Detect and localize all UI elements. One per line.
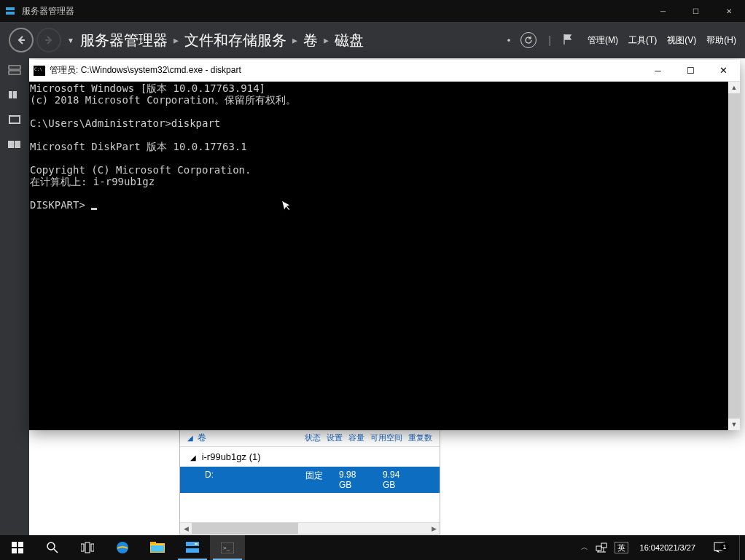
svg-rect-15 [18,548,23,553]
sidebar [0,58,29,535]
nav-back-button[interactable] [9,28,34,52]
svg-rect-24 [151,545,164,552]
svg-line-17 [54,549,58,553]
svg-rect-31 [601,543,606,548]
sm-titlebar[interactable]: 服务器管理器 ─ ☐ ✕ [0,0,745,22]
scroll-thumb[interactable] [728,93,740,419]
taskbar-server-manager-icon[interactable] [175,535,210,560]
col-free[interactable]: 可用空间 [370,432,402,443]
nav-history-dropdown[interactable]: ▼ [67,36,74,44]
breadcrumb[interactable]: 服务器管理器 ▸ 文件和存储服务 ▸ 卷 ▸ 磁盘 [80,31,507,50]
chevron-right-icon: ▸ [173,34,179,46]
svg-rect-18 [81,544,84,551]
tray-network-icon[interactable] [596,542,607,553]
svg-rect-19 [85,542,90,553]
server-manager-icon [4,5,16,17]
svg-rect-4 [9,66,20,69]
svg-rect-1 [6,12,15,15]
volume-row-selected[interactable]: D: 固定 9.98 GB 9.94 GB [180,467,440,493]
show-desktop-button[interactable] [739,535,744,560]
taskbar: >_ ︿ 英 16:04 2021/3/27 1 [0,535,745,560]
svg-rect-11 [15,141,20,148]
tray-expand-icon[interactable]: ︿ [581,542,588,553]
col-status[interactable]: 状态 [305,432,321,443]
cmd-close-button[interactable]: ✕ [707,60,740,82]
scroll-up-icon[interactable]: ▲ [728,82,740,93]
svg-rect-20 [91,544,94,551]
volume-group[interactable]: ◢ i-r99ub1gz (1) [180,447,440,467]
svg-rect-0 [6,7,15,10]
nav-forward-button[interactable] [36,28,61,52]
tray-notifications-icon[interactable]: 1 [707,541,732,554]
search-button[interactable] [35,535,70,560]
volumes-header[interactable]: ◢ 卷 状态 设置 容量 可用空间 重复数 [180,429,440,447]
sm-close-button[interactable]: ✕ [712,0,745,22]
row-drive: D: [187,470,282,490]
group-collapse-icon[interactable]: ◢ [190,454,196,462]
cmd-minimize-button[interactable]: ─ [641,60,674,82]
scroll-thumb[interactable] [192,523,298,534]
row-setting: 固定 [300,470,333,490]
chevron-right-icon: ▸ [292,34,297,46]
cmd-v-scrollbar[interactable]: ▲ ▼ [728,82,740,430]
cmd-body[interactable]: Microsoft Windows [版本 10.0.17763.914] (c… [29,82,740,430]
sidebar-disks-icon[interactable] [6,112,23,127]
taskbar-spacer [245,535,580,560]
spacer [180,493,440,522]
cmd-window: 管理员: C:\Windows\system32\cmd.exe - diskp… [29,60,740,430]
sm-title-text: 服务器管理器 [20,5,647,18]
breadcrumb-item[interactable]: 文件和存储服务 [184,31,286,50]
svg-rect-10 [8,141,14,148]
scroll-right-icon[interactable]: ▶ [428,523,440,534]
menu-tools[interactable]: 工具(T) [628,34,657,47]
chevron-right-icon: ▸ [324,34,329,46]
h-scrollbar[interactable]: ◀ ▶ [180,522,440,534]
menu-dash-icon: • [507,35,511,46]
sm-maximize-button[interactable]: ☐ [679,0,712,22]
svg-rect-9 [10,117,19,122]
menu-view[interactable]: 视图(V) [667,34,696,47]
cmd-output[interactable]: Microsoft Windows [版本 10.0.17763.914] (c… [30,82,728,430]
clock-time: 16:04 [640,543,660,553]
start-button[interactable] [0,535,35,560]
col-dedup[interactable]: 重复数 [408,432,432,443]
col-setting[interactable]: 设置 [327,432,343,443]
sidebar-volumes-icon[interactable] [6,88,23,102]
notif-badge: 1 [720,542,729,551]
expand-icon[interactable]: ◢ [187,434,193,442]
row-capacity: 9.98 GB [333,470,377,490]
clock-date: 2021/3/27 [660,543,695,553]
col-capacity[interactable]: 容量 [348,432,364,443]
breadcrumb-item[interactable]: 服务器管理器 [80,31,168,50]
sidebar-servers-icon[interactable] [6,63,23,77]
svg-rect-27 [195,543,198,545]
breadcrumb-item[interactable]: 卷 [303,31,318,50]
tray-clock[interactable]: 16:04 2021/3/27 [636,543,700,553]
taskbar-ie-icon[interactable] [105,535,140,560]
svg-rect-7 [13,91,17,98]
menu-manage[interactable]: 管理(M) [588,34,618,47]
svg-rect-23 [150,542,156,544]
row-status [282,470,300,490]
cmd-title-text: 管理员: C:\Windows\system32\cmd.exe - diskp… [50,64,641,77]
group-label: i-r99ub1gz (1) [202,451,261,462]
cmd-titlebar[interactable]: 管理员: C:\Windows\system32\cmd.exe - diskp… [29,60,740,82]
task-view-button[interactable] [70,535,105,560]
menu-help[interactable]: 帮助(H) [706,34,736,47]
scroll-left-icon[interactable]: ◀ [180,523,192,534]
separator: | [548,34,551,46]
taskbar-explorer-icon[interactable] [140,535,175,560]
svg-point-16 [47,542,55,550]
cmd-maximize-button[interactable]: ☐ [674,60,707,82]
sm-minimize-button[interactable]: ─ [647,0,679,22]
svg-rect-30 [596,546,601,551]
tray-ime[interactable]: 英 [615,542,628,553]
breadcrumb-item[interactable]: 磁盘 [335,31,364,50]
scroll-down-icon[interactable]: ▼ [728,419,740,430]
sidebar-pools-icon[interactable] [6,137,23,152]
refresh-button[interactable] [520,32,537,48]
flag-icon[interactable] [563,34,573,47]
svg-rect-14 [12,548,17,553]
taskbar-cmd-icon[interactable]: >_ [210,535,245,560]
sm-header: ▼ 服务器管理器 ▸ 文件和存储服务 ▸ 卷 ▸ 磁盘 • | 管理(M) 工具… [0,22,745,58]
